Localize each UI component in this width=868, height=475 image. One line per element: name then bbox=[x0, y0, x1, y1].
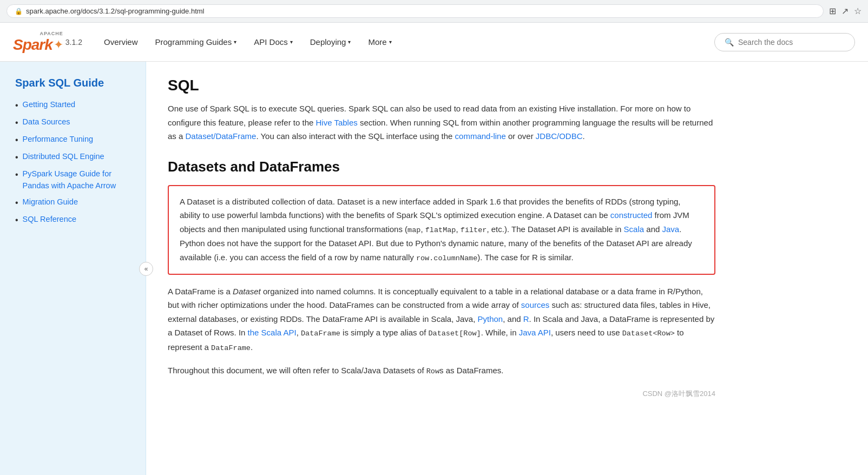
jdbc-odbc-link[interactable]: JDBC/ODBC bbox=[536, 131, 583, 141]
sidebar-nav: Getting Started Data Sources Performance… bbox=[15, 99, 135, 227]
highlighted-box: A Dataset is a distributed collection of… bbox=[168, 185, 715, 275]
sidebar-item-getting-started[interactable]: Getting Started bbox=[23, 99, 76, 111]
r-link[interactable]: R bbox=[523, 314, 529, 324]
apache-label: APACHE bbox=[40, 31, 63, 36]
list-item: Distributed SQL Engine bbox=[15, 151, 135, 164]
logo-area[interactable]: APACHE Spark ✦ 3.1.2 bbox=[13, 31, 82, 54]
browser-icons: ⊞ ↗ ☆ bbox=[829, 6, 862, 16]
extension-icon[interactable]: ⊞ bbox=[829, 6, 836, 16]
command-line-link[interactable]: command-line bbox=[455, 131, 506, 141]
java-api-link[interactable]: Java API bbox=[519, 328, 551, 337]
python-link[interactable]: Python bbox=[478, 314, 503, 324]
browser-chrome: 🔒 spark.apache.org/docs/3.1.2/sql-progra… bbox=[0, 0, 868, 23]
dataset-dataframe-link[interactable]: Dataset/DataFrame bbox=[186, 131, 257, 141]
list-item: PySpark Usage Guide for Pandas with Apac… bbox=[15, 168, 135, 192]
summary-paragraph: Throughout this document, we will often … bbox=[168, 364, 715, 378]
search-icon: 🔍 bbox=[725, 38, 734, 47]
spark-logo-text: Spark bbox=[13, 36, 52, 54]
address-bar[interactable]: 🔒 spark.apache.org/docs/3.1.2/sql-progra… bbox=[6, 4, 824, 18]
bookmark-icon[interactable]: ☆ bbox=[854, 6, 862, 16]
java-link[interactable]: Java bbox=[662, 225, 680, 234]
sidebar-item-pyspark[interactable]: PySpark Usage Guide for Pandas with Apac… bbox=[23, 168, 135, 192]
nav-deploying[interactable]: Deploying ▾ bbox=[301, 23, 360, 62]
watermark: CSDN @洛叶飘雪2014 bbox=[168, 389, 715, 399]
more-arrow: ▾ bbox=[389, 39, 392, 45]
api-docs-arrow: ▾ bbox=[290, 39, 293, 45]
url-text: spark.apache.org/docs/3.1.2/sql-programm… bbox=[26, 7, 205, 15]
nav-more[interactable]: More ▾ bbox=[359, 23, 400, 62]
hive-tables-link[interactable]: Hive Tables bbox=[316, 118, 358, 127]
search-box[interactable]: 🔍 bbox=[714, 33, 855, 51]
nav-api-docs[interactable]: API Docs ▾ bbox=[245, 23, 301, 62]
collapse-sidebar-button[interactable]: « bbox=[139, 262, 153, 276]
highlighted-paragraph: A Dataset is a distributed collection of… bbox=[180, 195, 703, 265]
sql-intro-paragraph: One use of Spark SQL is to execute SQL q… bbox=[168, 102, 715, 143]
main-layout: Spark SQL Guide Getting Started Data Sou… bbox=[0, 62, 868, 475]
sidebar-item-distributed-sql[interactable]: Distributed SQL Engine bbox=[23, 151, 104, 163]
list-item: Data Sources bbox=[15, 116, 135, 129]
scala-link[interactable]: Scala bbox=[624, 225, 645, 234]
sidebar-item-sql-reference[interactable]: SQL Reference bbox=[23, 214, 76, 226]
list-item: Getting Started bbox=[15, 99, 135, 112]
sources-link[interactable]: sources bbox=[521, 300, 550, 309]
spark-star-icon: ✦ bbox=[54, 38, 63, 52]
sidebar: Spark SQL Guide Getting Started Data Sou… bbox=[0, 62, 146, 475]
sidebar-item-performance-tuning[interactable]: Performance Tuning bbox=[23, 134, 94, 146]
main-content: SQL One use of Spark SQL is to execute S… bbox=[146, 62, 741, 475]
list-item: SQL Reference bbox=[15, 214, 135, 227]
nav-links: Overview Programming Guides ▾ API Docs ▾… bbox=[95, 23, 400, 62]
sidebar-item-data-sources[interactable]: Data Sources bbox=[23, 116, 70, 128]
sql-heading: SQL bbox=[168, 77, 715, 94]
list-item: Performance Tuning bbox=[15, 134, 135, 147]
constructed-link[interactable]: constructed bbox=[610, 210, 653, 220]
sidebar-title: Spark SQL Guide bbox=[15, 77, 135, 89]
scala-api-link[interactable]: the Scala API bbox=[248, 328, 297, 337]
nav-programming-guides[interactable]: Programming Guides ▾ bbox=[146, 23, 245, 62]
share-icon[interactable]: ↗ bbox=[841, 6, 849, 16]
lock-icon: 🔒 bbox=[15, 8, 23, 15]
sidebar-item-migration[interactable]: Migration Guide bbox=[23, 196, 78, 208]
datasets-dataframes-heading: Datasets and DataFrames bbox=[168, 159, 715, 175]
list-item: Migration Guide bbox=[15, 196, 135, 209]
navbar: APACHE Spark ✦ 3.1.2 Overview Programmin… bbox=[0, 23, 868, 62]
nav-overview[interactable]: Overview bbox=[95, 23, 147, 62]
search-input[interactable] bbox=[738, 38, 845, 47]
version-label: 3.1.2 bbox=[65, 38, 82, 47]
deploying-arrow: ▾ bbox=[348, 39, 351, 45]
programming-guides-arrow: ▾ bbox=[234, 39, 236, 45]
dataframe-paragraph: A DataFrame is a Dataset organized into … bbox=[168, 285, 715, 355]
